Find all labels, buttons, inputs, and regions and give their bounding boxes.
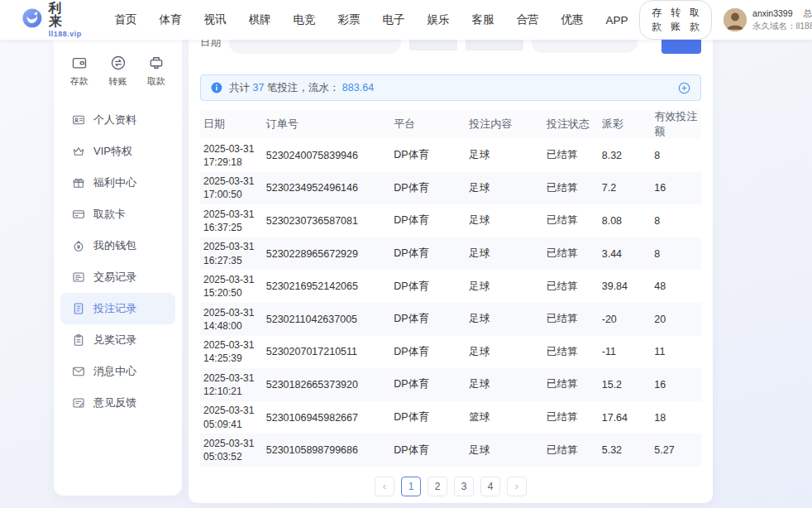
sidebar-item-bankcard[interactable]: 取款卡 [60,199,175,230]
prev-page-button[interactable]: ‹ [375,477,394,496]
page-4-button[interactable]: 4 [480,477,500,496]
menu-item-label: 福利中心 [93,175,136,190]
order-number: 5230228965672929 [263,248,391,260]
nav-item-7[interactable]: 电子 [371,12,416,27]
bet-date: 2025-03-31 [203,404,260,417]
table-row: 2025-03-31 16:37:25 5230230736587081 DP体… [200,204,701,237]
side-menu: 个人资料 VIP特权 福利中心 取款卡 我的钱包 交易记录 投注记录 兑奖记录 … [54,104,182,419]
order-number: 5230211042637005 [263,314,391,325]
platform: DP体育 [390,247,466,261]
nav-item-3[interactable]: 视讯 [193,12,237,27]
wallet-action[interactable]: 存款 [652,6,662,34]
sidebar-item-trade[interactable]: 交易记录 [60,261,175,293]
bet-time: 16:37:25 [203,221,260,234]
order-number: 5230216952142065 [263,280,391,292]
bet-date: 2025-03-31 [203,437,260,450]
sidebar-item-bet[interactable]: 投注记录 [60,293,175,324]
bet-status: 已结算 [543,410,599,424]
plus-circle-icon[interactable] [678,82,690,94]
bet-status: 已结算 [543,148,599,162]
sidebar-item-feedback[interactable]: 意见反馈 [60,387,175,419]
quick-action-deposit[interactable]: 存款 [70,55,88,88]
nav-item-9[interactable]: 客服 [461,12,505,27]
sidebar-item-message[interactable]: 消息中心 [60,356,175,387]
bet-time: 15:20:50 [203,286,260,300]
assets-label: 总资产： [803,8,812,18]
nav-item-2[interactable]: 体育 [148,12,193,27]
nav-item-5[interactable]: 电竞 [282,12,327,27]
vip-icon [72,145,85,158]
nav-item-6[interactable]: 彩票 [327,12,371,27]
column-header: 投注内容 [466,117,543,132]
page-3-button[interactable]: 3 [454,477,474,496]
bet-status: 已结算 [543,377,599,391]
sidebar-item-profile[interactable]: 个人资料 [60,104,175,136]
wallet-action[interactable]: 转账 [671,6,681,34]
bet-content: 足球 [466,377,543,391]
transfer-icon [110,55,127,71]
quick-action-label: 取款 [147,75,165,88]
valid-bet: 16 [651,182,701,194]
nav-item-1[interactable]: 首页 [103,12,148,27]
platform: DP体育 [390,181,466,195]
nav-item-11[interactable]: 优惠 [550,12,595,27]
quick-action-label: 转账 [109,75,127,88]
feedback-icon [72,396,85,410]
profile-icon [72,113,85,127]
bet-time: 12:10:21 [203,385,260,398]
menu-item-label: VIP特权 [93,144,132,159]
avatar[interactable] [724,8,747,31]
order-number: 5230234952496146 [263,182,391,194]
valid-bet: 18 [651,412,701,424]
quick-action-transfer[interactable]: 转账 [109,55,127,88]
payout: 3.44 [599,248,652,260]
platform: DP体育 [390,312,466,326]
payout: 17.64 [599,412,652,424]
prize-icon [72,333,85,347]
column-header: 派彩 [599,117,652,132]
site-logo[interactable]: 利 来 ll188.vip [21,2,85,38]
bet-content: 足球 [466,148,543,162]
platform: DP体育 [390,443,466,458]
summary-amount: 883.64 [342,82,374,93]
nav-item-4[interactable]: 棋牌 [237,12,282,27]
message-icon [72,365,85,378]
bet-status: 已结算 [543,280,599,294]
table-row: 2025-03-31 14:25:39 5230207017210511 DP体… [200,336,701,369]
sidebar-item-prize[interactable]: 兑奖记录 [60,324,175,356]
valid-bet: 8 [651,248,701,260]
summary-bar: 共计 37 笔投注，流水： 883.64 [200,74,701,101]
table-row: 2025-03-31 16:27:35 5230228965672929 DP体… [200,237,701,271]
page-2-button[interactable]: 2 [427,477,447,496]
nav-item-8[interactable]: 娱乐 [416,12,461,27]
top-header: 利 来 ll188.vip 首页体育视讯棋牌电竞彩票电子娱乐客服合营优惠APP … [0,0,812,40]
sidebar-item-wallet[interactable]: 我的钱包 [60,230,175,261]
column-header: 平台 [390,117,466,132]
page-1-button[interactable]: 1 [401,477,421,496]
wallet-action[interactable]: 取款 [690,6,700,34]
quick-action-withdraw[interactable]: 取款 [147,55,165,88]
summary-middle: 笔投注，流水： [267,82,340,93]
bet-records-panel: 日期 共计 37 笔投注，流水： 883.64 日期订单号平台投注内容投注状态派… [189,23,713,503]
sidebar-item-vip[interactable]: VIP特权 [60,136,175,167]
platform: DP体育 [390,213,466,228]
next-page-button[interactable]: › [507,477,527,496]
bet-status: 已结算 [543,345,599,359]
bet-content: 足球 [466,443,543,458]
payout: 8.08 [599,215,652,227]
summary-count: 37 [252,82,264,93]
table-row: 2025-03-31 17:00:50 5230234952496146 DP体… [200,172,701,205]
nav-item-10[interactable]: 合营 [505,12,550,27]
platform: DP体育 [390,377,466,391]
nav-item-12[interactable]: APP [595,14,639,26]
menu-item-label: 个人资料 [93,113,136,127]
table-row: 2025-03-31 15:20:50 5230216952142065 DP体… [200,270,701,303]
menu-item-label: 意见反馈 [93,395,136,410]
sidebar-item-welfare[interactable]: 福利中心 [60,167,175,199]
wallet-icon [72,239,85,252]
platform: DP体育 [390,148,466,162]
valid-bet: 5.27 [651,444,701,456]
bet-table: 日期订单号平台投注内容投注状态派彩有效投注额 2025-03-31 17:29:… [200,109,701,467]
wallet-actions-pill: 存款转账取款 [639,0,712,40]
username[interactable]: anxin3399 [752,8,792,18]
